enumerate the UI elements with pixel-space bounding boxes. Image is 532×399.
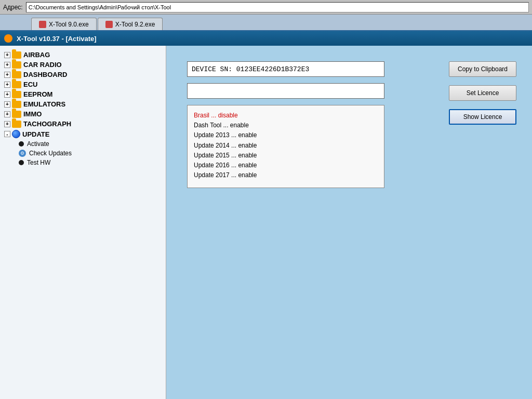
expand-emulators[interactable]: + (4, 101, 10, 108)
folder-icon-car-radio (12, 61, 21, 69)
status-line-dashtool: Dash Tool ... enable (194, 121, 378, 130)
child-label-check-updates: Check Updates (29, 150, 72, 157)
tree-label-immo: IMMO (23, 110, 42, 118)
folder-icon-dashboard (12, 71, 21, 78)
expand-eeprom[interactable]: + (4, 91, 10, 98)
tree-item-tachograph[interactable]: + TACHOGRAPH (2, 119, 164, 129)
tree-child-check-updates[interactable]: ⚙ Check Updates (17, 149, 164, 158)
status-line-update2013: Update 2013 ... enable (194, 130, 378, 140)
tree-label-airbag: AIRBAG (23, 51, 50, 59)
folder-icon-emulators (12, 101, 21, 108)
tree-label-eeprom: EEPROM (23, 90, 52, 98)
right-buttons: Copy to Clipboard Set Licence Show Licen… (449, 61, 516, 125)
address-label: Адрес: (3, 4, 23, 11)
tab-xtool-92[interactable]: X-Tool 9.2.exe (98, 18, 163, 30)
window-titlebar: X-Tool v10.37 - [Activate] (0, 31, 532, 46)
key-input-field[interactable] (187, 83, 384, 99)
folder-icon-airbag (12, 51, 21, 59)
tab-label-90: X-Tool 9.0.exe (49, 21, 89, 28)
expand-car-radio[interactable]: + (4, 62, 10, 68)
folder-icon-immo (12, 111, 21, 118)
tree-item-car-radio[interactable]: + CAR RADIO (2, 60, 164, 70)
globe-icon-update (12, 130, 20, 138)
tree-child-test-hw[interactable]: Test HW (17, 158, 164, 167)
folder-icon-ecu (12, 81, 21, 88)
tree-item-emulators[interactable]: + EMULATORS (2, 99, 164, 109)
tree-child-activate[interactable]: Activate (17, 139, 164, 149)
status-line-brasil: Brasil ... disable (194, 111, 378, 121)
tree-label-dashboard: DASHBOARD (23, 71, 68, 78)
status-line-update2015: Update 2015 ... enable (194, 151, 378, 161)
tab-bar: X-Tool 9.0.exe X-Tool 9.2.exe (0, 15, 532, 30)
tree-label-car-radio: CAR RADIO (23, 61, 62, 69)
update-children: Activate ⚙ Check Updates Test HW (2, 139, 164, 167)
copy-to-clipboard-button[interactable]: Copy to Clipboard (449, 61, 516, 77)
device-sn-field: DEVICE SN: 0123EE4226D1B372E3 (187, 61, 384, 77)
expand-update[interactable]: - (4, 131, 10, 137)
address-value: C:\Documents and Settings\Admin\Рабочий … (29, 4, 171, 10)
tree-label-ecu: ECU (23, 81, 37, 88)
tree-item-dashboard[interactable]: + DASHBOARD (2, 70, 164, 79)
folder-icon-eeprom (12, 91, 21, 98)
tree-panel: + AIRBAG + CAR RADIO + DASHBOARD + ECU + (0, 46, 166, 399)
child-label-test-hw: Test HW (27, 159, 50, 166)
status-line-update2017: Update 2017 ... enable (194, 170, 378, 180)
expand-ecu[interactable]: + (4, 82, 10, 88)
window-title: X-Tool v10.37 - [Activate] (17, 35, 97, 43)
status-box: Brasil ... disable Dash Tool ... enable … (187, 105, 384, 188)
child-label-activate: Activate (27, 140, 49, 148)
status-line-update2014: Update 2014 ... enable (194, 141, 378, 151)
content-panel: DEVICE SN: 0123EE4226D1B372E3 Brasil ...… (166, 46, 532, 399)
tree-item-immo[interactable]: + IMMO (2, 109, 164, 119)
expand-airbag[interactable]: + (4, 52, 10, 58)
main-content: + AIRBAG + CAR RADIO + DASHBOARD + ECU + (0, 46, 532, 399)
tree-item-airbag[interactable]: + AIRBAG (2, 50, 164, 60)
tab-icon-92 (105, 21, 113, 28)
app-window: X-Tool v10.37 - [Activate] + AIRBAG + CA… (0, 31, 532, 399)
tree-item-ecu[interactable]: + ECU (2, 79, 164, 89)
address-input[interactable]: C:\Documents and Settings\Admin\Рабочий … (26, 2, 529, 12)
gear-icon-check-updates: ⚙ (19, 150, 26, 157)
tab-xtool-90[interactable]: X-Tool 9.0.exe (31, 18, 97, 30)
expand-dashboard[interactable]: + (4, 72, 10, 78)
tree-label-emulators: EMULATORS (23, 100, 65, 108)
device-sn-value: DEVICE SN: 0123EE4226D1B372E3 (192, 65, 309, 73)
tab-label-92: X-Tool 9.2.exe (115, 21, 155, 28)
set-licence-button[interactable]: Set Licence (449, 85, 516, 101)
browser-address-bar: Адрес: C:\Documents and Settings\Admin\Р… (0, 0, 532, 15)
tab-icon-90 (39, 21, 46, 28)
expand-immo[interactable]: + (4, 111, 10, 117)
tree-label-tachograph: TACHOGRAPH (23, 120, 71, 128)
bullet-icon-activate (19, 141, 24, 147)
tree-item-eeprom[interactable]: + EEPROM (2, 89, 164, 99)
status-line-update2016: Update 2016 ... enable (194, 161, 378, 170)
tree-item-update[interactable]: - UPDATE (2, 129, 164, 139)
tree-label-update: UPDATE (22, 130, 49, 138)
window-app-icon (4, 34, 12, 43)
folder-icon-tachograph (12, 121, 21, 128)
show-licence-button[interactable]: Show Licence (449, 109, 516, 125)
expand-tachograph[interactable]: + (4, 121, 10, 127)
bullet-icon-test-hw (19, 160, 24, 165)
